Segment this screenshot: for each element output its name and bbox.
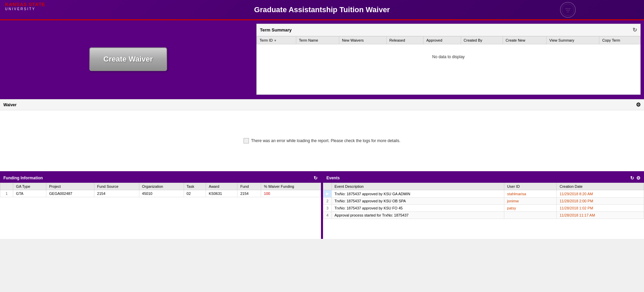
funding-col-ga-type: GA Type xyxy=(13,183,46,190)
funding-title: Funding Information xyxy=(3,176,43,180)
term-no-data: No data to display xyxy=(257,44,640,70)
events-cell-date: 11/28/2018 1:02 PM xyxy=(557,205,644,212)
col-released: Released xyxy=(387,37,423,44)
events-refresh-icon[interactable]: ↻ xyxy=(630,175,634,181)
funding-cell-project: GEGA002487 xyxy=(46,190,94,197)
create-waiver-button[interactable]: Create Waiver xyxy=(89,47,167,71)
top-section: Create Waiver Term Summary ↻ Term ID ▼ T… xyxy=(0,20,644,98)
col-term-name: Term Name xyxy=(296,37,339,44)
svg-text:STATE: STATE xyxy=(566,9,570,11)
events-table-wrapper: Event Description User ID Creation Date … xyxy=(323,183,644,219)
error-text: There was an error while loading the rep… xyxy=(251,138,400,143)
term-no-data-row: No data to display xyxy=(257,44,640,70)
events-icons: ↻ ⚙ xyxy=(630,175,641,181)
funding-header: Funding Information ↻ xyxy=(0,173,321,183)
events-col-date: Creation Date xyxy=(557,183,644,190)
funding-col-organization: Organization xyxy=(139,183,184,190)
funding-header-row: GA Type Project Fund Source Organization… xyxy=(0,183,321,190)
funding-col-project: Project xyxy=(46,183,94,190)
events-cell-date: 11/29/2018 8:20 AM xyxy=(557,190,644,198)
events-gear-icon[interactable]: ⚙ xyxy=(636,175,641,181)
funding-col-num xyxy=(0,183,13,190)
events-table: Event Description User ID Creation Date … xyxy=(323,183,644,219)
events-cell-user-id xyxy=(504,212,557,219)
funding-icons: ↻ xyxy=(314,175,318,181)
funding-panel: Funding Information ↻ GA Type Project Fu… xyxy=(0,173,321,239)
funding-col-award: Award xyxy=(206,183,237,190)
events-col-num xyxy=(323,183,332,190)
events-row: ▶ TrxNo: 1875437 approved by KSU GA ADMI… xyxy=(323,190,644,198)
term-summary-refresh-icon[interactable]: ↻ xyxy=(632,27,637,33)
events-cell-date: 11/28/2018 11:17 AM xyxy=(557,212,644,219)
university-logo: KANSAS STATE UNIVERSITY xyxy=(3,0,47,13)
page-header: KANSAS STATE UNIVERSITY KANSAS STATE 186… xyxy=(0,0,644,20)
events-col-description: Event Description xyxy=(332,183,504,190)
waiver-title: Waiver xyxy=(3,103,17,107)
col-create-new: Create New xyxy=(503,37,546,44)
create-waiver-area: Create Waiver xyxy=(0,20,256,98)
col-new-waivers: New Waivers xyxy=(339,37,386,44)
events-cell-description: TrxNo: 1875437 approved by KSU OB SPA xyxy=(332,198,504,205)
events-cell-date: 11/28/2018 2:00 PM xyxy=(557,198,644,205)
events-row-indicator: 4 xyxy=(323,212,332,219)
funding-table-wrapper: GA Type Project Fund Source Organization… xyxy=(0,183,321,197)
funding-cell-fund-source: 2154 xyxy=(94,190,139,197)
funding-col-task: Task xyxy=(184,183,206,190)
funding-table: GA Type Project Fund Source Organization… xyxy=(0,183,321,197)
term-summary-title: Term Summary xyxy=(260,27,292,32)
col-created-by: Created By xyxy=(461,37,503,44)
events-row: 2 TrxNo: 1875437 approved by KSU OB SPA … xyxy=(323,198,644,205)
col-copy-term: Copy Term xyxy=(599,37,640,44)
events-cell-user-id: jonimw xyxy=(504,198,557,205)
waiver-panel: Waiver ⚙ There was an error while loadin… xyxy=(0,99,644,171)
logo-university: UNIVERSITY xyxy=(5,7,36,11)
term-table-header-row: Term ID ▼ Term Name New Waivers Released… xyxy=(257,37,640,44)
events-row: 3 TrxNo: 1875437 approved by KSU FO 45 p… xyxy=(323,205,644,212)
events-header: Events ↻ ⚙ xyxy=(323,173,644,183)
svg-text:KANSAS: KANSAS xyxy=(565,7,571,9)
funding-col-fund-source: Fund Source xyxy=(94,183,139,190)
events-row-indicator: 3 xyxy=(323,205,332,212)
waiver-panel-header: Waiver ⚙ xyxy=(0,99,644,110)
waiver-section: Waiver ⚙ There was an error while loadin… xyxy=(0,98,644,171)
events-header-row: Event Description User ID Creation Date xyxy=(323,183,644,190)
events-panel: Events ↻ ⚙ Event Description User ID Cre… xyxy=(323,173,644,239)
funding-col-pct: % Waiver Funding xyxy=(261,183,321,190)
events-cell-description: Approval process started for TrxNo: 1875… xyxy=(332,212,504,219)
events-row-indicator: ▶ xyxy=(323,190,332,198)
svg-text:1863: 1863 xyxy=(567,11,569,13)
events-cell-user-id: patsy xyxy=(504,205,557,212)
events-cell-description: TrxNo: 1875437 approved by KSU FO 45 xyxy=(332,205,504,212)
funding-row: 1 GTA GEGA002487 2154 45010 02 KS0631 21… xyxy=(0,190,321,197)
events-title: Events xyxy=(326,176,340,180)
funding-cell-ga-type: GTA xyxy=(13,190,46,197)
events-cell-description: TrxNo: 1875437 approved by KSU GA ADMIN xyxy=(332,190,504,198)
funding-row-num: 1 xyxy=(0,190,13,197)
col-approved: Approved xyxy=(423,37,461,44)
page-title: Graduate Assistantship Tuition Waiver xyxy=(254,5,390,14)
term-summary-table: Term ID ▼ Term Name New Waivers Released… xyxy=(257,36,640,69)
funding-cell-fund: 2154 xyxy=(237,190,261,197)
funding-refresh-icon[interactable]: ↻ xyxy=(314,175,318,181)
term-summary-header: Term Summary ↻ xyxy=(257,24,640,36)
funding-cell-task: 02 xyxy=(184,190,206,197)
logo-kansas: KANSAS STATE xyxy=(5,2,45,7)
events-col-user-id: User ID xyxy=(504,183,557,190)
events-row: 4 Approval process started for TrxNo: 18… xyxy=(323,212,644,219)
funding-cell-organization: 45010 xyxy=(139,190,184,197)
bottom-section: Funding Information ↻ GA Type Project Fu… xyxy=(0,171,644,239)
university-seal: KANSAS STATE 1863 xyxy=(559,1,576,18)
term-summary-panel: Term Summary ↻ Term ID ▼ Term Name New W… xyxy=(256,24,641,95)
funding-col-fund: Fund xyxy=(237,183,261,190)
error-image-icon xyxy=(244,138,249,143)
waiver-error-message: There was an error while loading the rep… xyxy=(244,138,400,143)
funding-cell-pct: 100 xyxy=(261,190,321,197)
waiver-content: There was an error while loading the rep… xyxy=(0,110,644,171)
events-row-indicator: 2 xyxy=(323,198,332,205)
col-view-summary: View Summary xyxy=(547,37,599,44)
events-cell-user-id: stahlmarisa xyxy=(504,190,557,198)
term-summary-table-wrapper: Term ID ▼ Term Name New Waivers Released… xyxy=(257,36,640,94)
waiver-gear-icon[interactable]: ⚙ xyxy=(636,102,641,108)
funding-cell-award: KS0631 xyxy=(206,190,237,197)
col-term-id[interactable]: Term ID ▼ xyxy=(257,37,296,44)
